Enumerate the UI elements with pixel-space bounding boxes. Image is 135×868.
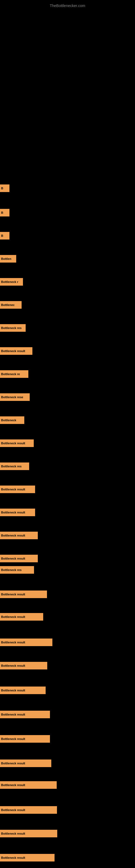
bottleneck-result-bar: Bottleneck result [0,508,35,516]
bottleneck-result-bar: Bottleneck res [0,463,29,470]
bottleneck-result-bar: Bottleneck result [0,347,32,355]
bottleneck-result-bar: Bottleneck result [0,532,38,539]
bottleneck-result-bar: B [0,209,9,216]
bottleneck-result-bar: Bottleneck rese [0,393,30,401]
bottleneck-result-bar: Bottleneck res [0,324,26,332]
bottleneck-result-bar: Bottleneck r [0,278,23,286]
bottleneck-result-bar: Bottleneck re [0,370,28,378]
bottleneck-result-bar: Bottleneck result [0,486,35,493]
site-title: TheBottlenecker.com [0,1,135,10]
bottleneck-result-bar: Bottleneck result [0,686,46,694]
bottleneck-result-bar: Bottleneck result [0,830,57,837]
bottleneck-result-bar: Bottleneck result [0,590,47,598]
bottleneck-result-bar: B [0,232,9,240]
bottleneck-result-bar: Bottleneck result [0,439,34,447]
bottleneck-result-bar: Bottlen [0,255,16,262]
bottleneck-result-bar: Bottleneck result [0,555,38,562]
bottleneck-result-bar: Bottleneck res [0,566,34,574]
bottleneck-result-bar: Bottleneck result [0,781,57,789]
bottleneck-result-bar: Bottleneck result [0,760,51,767]
bottleneck-result-bar: Bottleneck result [0,662,47,670]
bottleneck-result-bar: Bottleneck result [0,613,43,621]
bottleneck-result-bar: Bottleneck result [0,639,52,646]
bottleneck-result-bar: Bottleneck result [0,806,57,814]
bottleneck-result-bar: B [0,184,9,192]
bottleneck-result-bar: Bottleneck result [0,711,50,718]
bottleneck-result-bar: Bottlenec [0,301,21,309]
bottleneck-result-bar: Bottleneck [0,416,24,424]
bottleneck-result-bar: Bottleneck result [0,854,54,862]
bottleneck-result-bar: Bottleneck result [0,735,50,743]
